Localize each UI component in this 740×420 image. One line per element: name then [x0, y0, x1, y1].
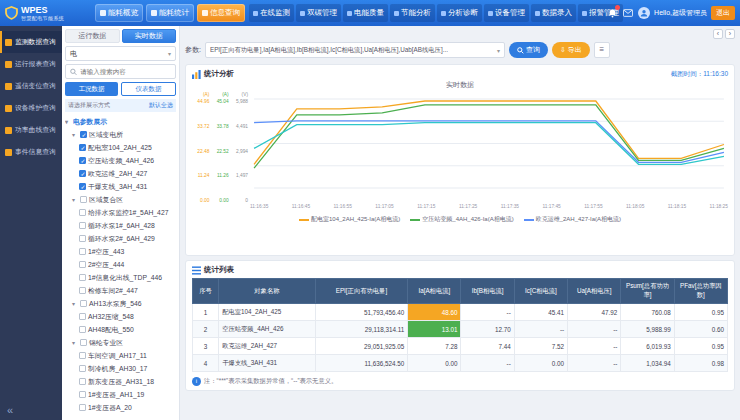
menu-item-6[interactable]: 数据录入: [531, 4, 576, 22]
tree-item[interactable]: 循环水泵2#_6AH_429: [65, 232, 176, 245]
tree-checkbox[interactable]: [80, 300, 87, 307]
panel-button-0[interactable]: 工况数据: [65, 82, 118, 96]
tree-checkbox[interactable]: [79, 352, 86, 359]
y-axis-tick: 33.78: [217, 124, 229, 129]
tree-item[interactable]: AH48配电_550: [65, 323, 176, 336]
tree-checkbox[interactable]: [79, 170, 86, 177]
tree-item[interactable]: 欧克运维_2AH_427: [65, 167, 176, 180]
sidebar-item-3[interactable]: 设备维护查询: [0, 97, 62, 119]
line-chart[interactable]: [250, 92, 728, 204]
menu-item-2[interactable]: 电能质量: [343, 4, 388, 22]
tree-checkbox[interactable]: [79, 248, 86, 255]
sidebar-item-1[interactable]: 运行报表查询: [0, 53, 62, 75]
tree-caret-icon[interactable]: ▾: [72, 339, 78, 346]
tree-item[interactable]: 干爆支线_3AH_431: [65, 180, 176, 193]
tree-item[interactable]: 制冷机房_AH30_17: [65, 362, 176, 375]
tree-item[interactable]: 循环水泵1#_6AH_428: [65, 219, 176, 232]
menu-item-3[interactable]: 节能分析: [390, 4, 435, 22]
tree-checkbox[interactable]: [79, 378, 86, 385]
tree-item[interactable]: 配电室104_2AH_425: [65, 141, 176, 154]
message-icon[interactable]: [622, 7, 634, 19]
panel-button-1[interactable]: 仪表数据: [121, 82, 176, 96]
sidebar-items: 监测数据查询运行报表查询遥信变位查询设备维护查询功率曲线查询事件信息查询: [0, 31, 62, 163]
tree-item[interactable]: 新东变压器_AH31_18: [65, 375, 176, 388]
tree-caret-icon[interactable]: ▾: [72, 300, 78, 307]
tree-checkbox[interactable]: [79, 235, 86, 242]
snapshot-time: 截图时间：11:16:30: [671, 70, 728, 79]
menu-item-0[interactable]: 在线监测: [249, 4, 294, 22]
legend-item-1[interactable]: 空压站变频_4AH_426-Ia(A相电流): [410, 215, 513, 224]
tree-item[interactable]: ▾区域变电所: [65, 128, 176, 141]
panel-tab-1[interactable]: 实时数据: [122, 29, 177, 43]
tree-item[interactable]: 1#信息化出线_TDP_446: [65, 271, 176, 284]
y-axis-tick: 22.52: [217, 149, 229, 154]
tree-checkbox[interactable]: [80, 131, 87, 138]
tree-item[interactable]: 给排水泵监控1#_5AH_427: [65, 206, 176, 219]
param-multiselect[interactable]: EPI[正向有功电量],Ia[A相电流],Ib[B相电流],Ic[C相电流],U…: [205, 42, 505, 58]
tree-checkbox[interactable]: [79, 313, 86, 320]
tree-item-label: 制冷机房_AH30_17: [88, 364, 147, 374]
pager-next-button[interactable]: ›: [725, 29, 735, 39]
sidebar-collapse-button[interactable]: «: [7, 404, 13, 416]
tree-item[interactable]: ▾AH13水泵房_546: [65, 297, 176, 310]
user-avatar[interactable]: [638, 7, 650, 19]
tree-checkbox[interactable]: [79, 157, 86, 164]
tree-item[interactable]: ▾电参数展示: [65, 115, 176, 128]
tree-item[interactable]: 1#空压_443: [65, 245, 176, 258]
primary-tab-0[interactable]: 能耗概览: [95, 4, 143, 22]
tree-checkbox[interactable]: [79, 261, 86, 268]
tree-caret-icon[interactable]: ▾: [65, 118, 71, 125]
sidebar-item-0[interactable]: 监测数据查询: [0, 31, 62, 53]
tree-caret-icon[interactable]: ▾: [72, 131, 78, 138]
tree-item[interactable]: 检修车间2#_447: [65, 284, 176, 297]
menu-item-icon: [300, 11, 305, 16]
panel-tab-0[interactable]: 运行数据: [65, 29, 120, 43]
pager-prev-button[interactable]: ‹: [713, 29, 723, 39]
tree-search-input[interactable]: [80, 68, 171, 75]
logout-button[interactable]: 退出: [711, 6, 735, 20]
y-axis-tick: 11.26: [217, 173, 229, 178]
tree-checkbox[interactable]: [79, 365, 86, 372]
export-button[interactable]: ⇩ 导出: [552, 42, 590, 58]
tree-item[interactable]: AH32压缩_548: [65, 310, 176, 323]
tree-item[interactable]: 1#变压器_AH1_19: [65, 388, 176, 401]
menu-item-4[interactable]: 分析诊断: [437, 4, 482, 22]
table-cell-name: 干爆支线_3AH_431: [219, 355, 316, 372]
legend-item-0[interactable]: 配电室104_2AH_425-Ia(A相电流): [299, 215, 400, 224]
table-cell-name: 配电室104_2AH_425: [219, 304, 316, 321]
menu-item-5[interactable]: 设备管理: [484, 4, 529, 22]
tree-item[interactable]: ▾锦纶专业区: [65, 336, 176, 349]
sidebar-item-4[interactable]: 功率曲线查询: [0, 119, 62, 141]
tree-item[interactable]: 车间空调_AH17_11: [65, 349, 176, 362]
notification-bell-icon[interactable]: [606, 7, 618, 19]
legend-item-2[interactable]: 欧克运维_2AH_427-Ia(A相电流): [524, 215, 621, 224]
tree-checkbox[interactable]: [79, 209, 86, 216]
table-column-header: 序号: [193, 279, 219, 304]
legend-swatch: [410, 219, 420, 221]
tree-checkbox[interactable]: [79, 287, 86, 294]
tree-checkbox[interactable]: [79, 222, 86, 229]
tree-item[interactable]: 空压站变频_4AH_426: [65, 154, 176, 167]
tree-checkbox[interactable]: [79, 183, 86, 190]
query-button[interactable]: 查询: [509, 42, 548, 58]
tree-checkbox[interactable]: [79, 404, 86, 411]
sidebar-item-2[interactable]: 遥信变位查询: [0, 75, 62, 97]
tree-checkbox[interactable]: [80, 196, 87, 203]
primary-tab-1[interactable]: 能耗统计: [146, 4, 194, 22]
list-view-button[interactable]: ≡: [594, 42, 610, 58]
sidebar-item-5[interactable]: 事件信息查询: [0, 141, 62, 163]
tree-item[interactable]: 2#空压_444: [65, 258, 176, 271]
primary-tab-2[interactable]: 信息查询: [197, 4, 245, 22]
tree-checkbox[interactable]: [79, 326, 86, 333]
select-all-link[interactable]: 默认全选: [149, 101, 173, 110]
tree-caret-icon[interactable]: ▾: [72, 196, 78, 203]
tree-checkbox[interactable]: [79, 391, 86, 398]
tree-checkbox[interactable]: [79, 274, 86, 281]
tree-checkbox[interactable]: [80, 339, 87, 346]
menu-item-1[interactable]: 双碳管理: [296, 4, 341, 22]
tree-checkbox[interactable]: [79, 144, 86, 151]
tree-item[interactable]: 1#变压器A_20: [65, 401, 176, 414]
dataset-select[interactable]: 电 ▾: [65, 46, 176, 61]
tree-item[interactable]: 配电室A_A8_21: [65, 414, 176, 417]
tree-item[interactable]: ▾区域复合区: [65, 193, 176, 206]
